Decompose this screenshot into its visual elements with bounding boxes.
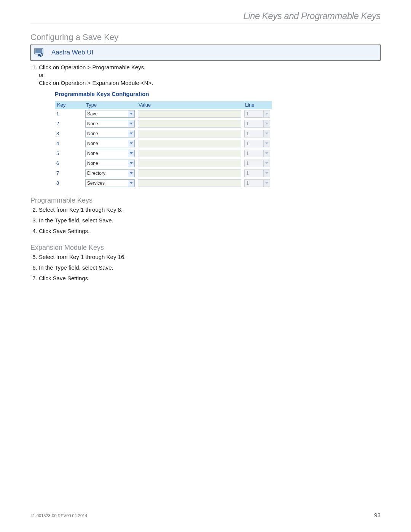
type-cell: Save [84, 109, 136, 119]
type-select[interactable]: None [85, 130, 135, 137]
key-cell: 1 [55, 109, 84, 119]
line-select-value: 1 [244, 169, 264, 177]
value-input[interactable] [138, 150, 241, 157]
chevron-down-icon [264, 130, 270, 137]
value-input[interactable] [138, 160, 241, 167]
chevron-down-icon[interactable] [128, 130, 135, 137]
type-select[interactable]: None [85, 120, 135, 128]
type-select[interactable]: None [85, 160, 135, 167]
chevron-down-icon [264, 110, 270, 118]
table-row: 3None1 [55, 129, 272, 139]
line-cell: 1 [243, 178, 272, 188]
steps-list-exp: Select from Key 1 through Key 16. In the… [30, 253, 381, 283]
value-input[interactable] [138, 120, 241, 128]
table-row: 5None1 [55, 149, 272, 158]
type-select[interactable]: Services [85, 179, 135, 187]
value-cell [136, 139, 243, 149]
type-select[interactable]: Save [85, 110, 135, 118]
page-number: 93 [374, 512, 381, 518]
page-footer: 41-001523-00 REV00 04.2014 93 [30, 512, 381, 518]
type-cell: None [84, 158, 136, 168]
col-header-value: Value [136, 101, 243, 109]
chevron-down-icon[interactable] [128, 140, 135, 147]
table-row: 2None1 [55, 119, 272, 129]
value-cell [136, 109, 243, 119]
type-select[interactable]: None [85, 140, 135, 147]
value-input[interactable] [138, 179, 241, 187]
type-cell: None [84, 149, 136, 158]
chevron-down-icon[interactable] [128, 110, 135, 118]
value-input[interactable] [138, 110, 241, 118]
step-2: Select from Key 1 through Key 8. [39, 206, 381, 214]
type-select-value: None [85, 120, 128, 128]
chevron-down-icon [264, 169, 270, 177]
key-cell: 5 [55, 149, 84, 158]
config-block: Programmable Keys Configuration Key Type… [55, 91, 272, 188]
value-input[interactable] [138, 169, 241, 177]
value-input[interactable] [138, 130, 241, 137]
type-select[interactable]: None [85, 150, 135, 157]
line-cell: 1 [243, 168, 272, 178]
line-select-value: 1 [244, 110, 264, 118]
chevron-down-icon[interactable] [128, 169, 135, 177]
step-1-line1: Click on Operation > Programmable Keys. [39, 64, 146, 70]
type-select-value: Save [85, 110, 128, 118]
config-title: Programmable Keys Configuration [55, 91, 272, 97]
type-cell: None [84, 139, 136, 149]
subheading-expansion-module-keys: Expansion Module Keys [30, 244, 381, 252]
value-cell [136, 129, 243, 139]
value-input[interactable] [138, 140, 241, 147]
value-cell [136, 149, 243, 158]
table-row: 4None1 [55, 139, 272, 149]
step-3: In the Type field, select Save. [39, 217, 381, 224]
chevron-down-icon[interactable] [128, 120, 135, 128]
type-select-value: None [85, 130, 128, 137]
type-select-value: None [85, 140, 128, 147]
type-cell: None [84, 129, 136, 139]
header-rule [30, 24, 381, 24]
line-select: 1 [244, 150, 270, 157]
value-cell [136, 119, 243, 129]
chevron-down-icon[interactable] [128, 179, 135, 187]
config-table: Key Type Value Line 1Save12None13None14N… [55, 101, 272, 188]
line-select: 1 [244, 130, 270, 137]
table-row: 7Directory1 [55, 168, 272, 178]
line-select: 1 [244, 179, 270, 187]
col-header-key: Key [55, 101, 84, 109]
table-row: 6None1 [55, 158, 272, 168]
chevron-down-icon[interactable] [128, 150, 135, 157]
key-cell: 7 [55, 168, 84, 178]
step-1-or: or [39, 71, 381, 79]
line-select: 1 [244, 140, 270, 147]
key-cell: 4 [55, 139, 84, 149]
type-select-value: None [85, 150, 128, 157]
line-select: 1 [244, 110, 270, 118]
line-cell: 1 [243, 129, 272, 139]
line-select-value: 1 [244, 150, 264, 157]
key-cell: 6 [55, 158, 84, 168]
type-select-value: Services [85, 179, 128, 187]
col-header-type: Type [84, 101, 136, 109]
svg-rect-1 [35, 49, 42, 53]
chapter-header: Line Keys and Programmable Keys [30, 11, 381, 24]
key-cell: 3 [55, 129, 84, 139]
subheading-programmable-keys: Programmable Keys [30, 197, 381, 204]
step-5: Select from Key 1 through Key 16. [39, 253, 381, 261]
line-cell: 1 [243, 119, 272, 129]
chevron-down-icon[interactable] [128, 160, 135, 167]
chevron-down-icon [264, 150, 270, 157]
type-cell: Directory [84, 168, 136, 178]
chevron-down-icon [264, 140, 270, 147]
steps-list-top: Click on Operation > Programmable Keys. … [30, 64, 381, 87]
type-select-value: Directory [85, 169, 128, 177]
type-select[interactable]: Directory [85, 169, 135, 177]
table-row: 8Services1 [55, 178, 272, 188]
line-select-value: 1 [244, 120, 264, 128]
line-cell: 1 [243, 158, 272, 168]
value-cell [136, 158, 243, 168]
chevron-down-icon [264, 179, 270, 187]
type-cell: None [84, 119, 136, 129]
section-title: Configuring a Save Key [30, 32, 381, 42]
value-cell [136, 178, 243, 188]
table-row: 1Save1 [55, 109, 272, 119]
